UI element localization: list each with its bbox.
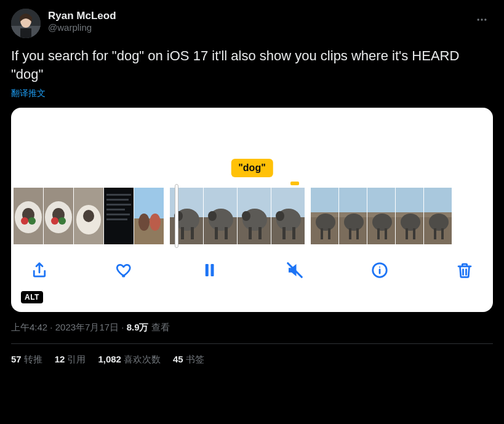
svg-rect-66 bbox=[356, 228, 359, 239]
pause-button[interactable] bbox=[198, 259, 220, 281]
clip-group-3[interactable] bbox=[311, 188, 452, 244]
svg-rect-55 bbox=[311, 188, 338, 212]
thumb bbox=[238, 188, 271, 244]
views-count: 8.9万 bbox=[127, 322, 149, 332]
svg-rect-73 bbox=[396, 188, 423, 212]
thumb bbox=[134, 188, 164, 244]
svg-rect-71 bbox=[377, 228, 380, 239]
svg-rect-61 bbox=[339, 188, 367, 212]
svg-rect-84 bbox=[441, 228, 444, 239]
stat-count: 12 bbox=[55, 354, 65, 364]
display-name: Ryan McLeod bbox=[48, 9, 471, 22]
media-card[interactable]: "dog" bbox=[11, 108, 493, 312]
more-button[interactable] bbox=[471, 9, 493, 31]
info-button[interactable] bbox=[369, 259, 391, 281]
svg-rect-26 bbox=[106, 218, 127, 220]
stat-bookmarks[interactable]: 45书签 bbox=[173, 354, 204, 366]
stat-label: 喜欢次数 bbox=[124, 354, 161, 364]
tweet-text: If you search for "dog" on iOS 17 it'll … bbox=[11, 47, 493, 83]
svg-point-10 bbox=[21, 217, 28, 225]
stat-count: 57 bbox=[11, 354, 22, 364]
stat-likes[interactable]: 1,082喜欢次数 bbox=[98, 354, 161, 366]
handle: @warpling bbox=[48, 22, 471, 34]
share-button[interactable] bbox=[28, 259, 50, 281]
trash-icon bbox=[455, 261, 474, 279]
avatar[interactable] bbox=[11, 9, 41, 38]
svg-rect-48 bbox=[258, 227, 262, 239]
svg-rect-86 bbox=[211, 264, 214, 276]
stat-label: 引用 bbox=[67, 354, 86, 364]
svg-point-82 bbox=[429, 214, 449, 231]
svg-rect-59 bbox=[321, 228, 323, 239]
svg-point-5 bbox=[481, 18, 482, 20]
tweet-meta[interactable]: 上午4:42 · 2023年7月17日 · 8.9万 查看 bbox=[11, 322, 493, 334]
delete-button[interactable] bbox=[454, 259, 476, 281]
clip-group-1[interactable] bbox=[14, 188, 164, 244]
svg-point-46 bbox=[242, 211, 250, 221]
svg-rect-35 bbox=[181, 227, 184, 239]
svg-rect-23 bbox=[106, 204, 131, 206]
stat-count: 45 bbox=[173, 354, 183, 364]
stat-quotes[interactable]: 12引用 bbox=[55, 354, 86, 366]
svg-point-15 bbox=[51, 217, 58, 225]
thumb bbox=[311, 188, 338, 244]
views-label: 查看 bbox=[149, 322, 170, 332]
stat-retweets[interactable]: 57转推 bbox=[11, 354, 42, 366]
thumb bbox=[14, 188, 43, 244]
svg-point-52 bbox=[276, 211, 284, 221]
like-button[interactable] bbox=[113, 259, 135, 281]
svg-point-11 bbox=[28, 217, 36, 225]
stat-count: 1,082 bbox=[98, 354, 121, 364]
info-icon bbox=[370, 261, 389, 279]
svg-rect-24 bbox=[106, 209, 125, 210]
svg-rect-60 bbox=[328, 228, 330, 239]
time: 上午4:42 bbox=[11, 322, 47, 332]
svg-point-90 bbox=[379, 266, 380, 268]
tweet-header: Ryan McLeod @warpling bbox=[11, 9, 493, 38]
translate-link[interactable]: 翻译推文 bbox=[11, 88, 493, 99]
media-toolbar bbox=[11, 244, 493, 281]
svg-rect-83 bbox=[434, 228, 436, 239]
svg-rect-27 bbox=[134, 188, 164, 218]
more-icon bbox=[476, 14, 488, 26]
thumb bbox=[44, 188, 73, 244]
svg-rect-21 bbox=[106, 194, 131, 196]
thumb bbox=[367, 188, 395, 244]
tweet-container: Ryan McLeod @warpling If you search for … bbox=[0, 0, 504, 366]
alt-badge[interactable]: ALT bbox=[21, 291, 43, 303]
svg-point-30 bbox=[150, 214, 161, 231]
author-block[interactable]: Ryan McLeod @warpling bbox=[48, 9, 471, 34]
svg-rect-79 bbox=[424, 188, 452, 212]
thumb bbox=[339, 188, 367, 244]
thumb bbox=[204, 188, 237, 244]
thumb bbox=[396, 188, 423, 244]
svg-point-70 bbox=[372, 214, 392, 231]
clip-group-2[interactable] bbox=[170, 188, 305, 244]
heart-icon bbox=[115, 261, 134, 279]
svg-point-76 bbox=[401, 214, 420, 231]
mute-button[interactable] bbox=[284, 259, 306, 281]
callout-tick bbox=[290, 182, 299, 185]
speaker-muted-icon bbox=[286, 261, 304, 279]
thumb bbox=[74, 188, 103, 244]
filmstrip bbox=[11, 188, 493, 244]
svg-rect-22 bbox=[106, 199, 129, 201]
svg-rect-67 bbox=[367, 188, 395, 212]
thumb bbox=[424, 188, 452, 244]
svg-rect-53 bbox=[282, 227, 286, 239]
playhead[interactable] bbox=[175, 184, 178, 248]
svg-rect-47 bbox=[249, 227, 252, 239]
thumb bbox=[104, 188, 134, 244]
separator: · bbox=[119, 322, 127, 332]
svg-point-16 bbox=[58, 217, 66, 225]
share-icon bbox=[30, 261, 49, 279]
svg-rect-42 bbox=[225, 227, 228, 239]
search-callout: "dog" bbox=[231, 159, 273, 177]
svg-rect-77 bbox=[406, 228, 408, 239]
svg-rect-72 bbox=[385, 228, 387, 239]
svg-rect-65 bbox=[349, 228, 351, 239]
stats-row: 57转推 12引用 1,082喜欢次数 45书签 bbox=[11, 344, 493, 366]
thumb bbox=[271, 188, 305, 244]
svg-point-58 bbox=[316, 214, 335, 231]
media-top-area: "dog" bbox=[11, 108, 493, 188]
